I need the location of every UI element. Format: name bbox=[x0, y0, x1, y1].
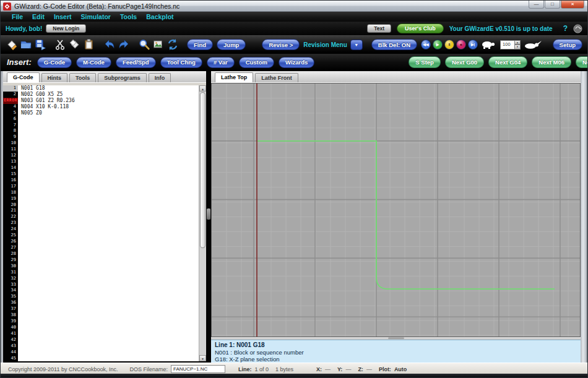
speed-value[interactable]: 100 bbox=[500, 40, 515, 49]
scroll-thumb[interactable] bbox=[200, 92, 205, 248]
code-line-2[interactable]: N002 G00 X5 Z5 bbox=[18, 92, 199, 98]
tab-lathe-front[interactable]: Lathe Front bbox=[255, 73, 298, 82]
menu-item-edit[interactable]: Edit bbox=[32, 13, 45, 20]
tab-lathe-top[interactable]: Lathe Top bbox=[215, 72, 253, 82]
code-line-34[interactable] bbox=[18, 288, 199, 294]
code-line-22[interactable] bbox=[18, 214, 199, 220]
search-icon[interactable] bbox=[138, 38, 150, 51]
tab-hints[interactable]: Hints bbox=[41, 73, 68, 82]
tab-g-code[interactable]: G-Code bbox=[7, 72, 40, 82]
rewind-button[interactable]: ◀◀ bbox=[421, 40, 431, 49]
new-icon[interactable] bbox=[6, 38, 18, 51]
code-line-36[interactable] bbox=[18, 300, 199, 306]
tab-tools[interactable]: Tools bbox=[69, 73, 96, 82]
code-line-33[interactable] bbox=[18, 282, 199, 288]
code-line-42[interactable] bbox=[18, 337, 199, 343]
code-line-12[interactable] bbox=[18, 153, 199, 159]
insert-tool-chng-button[interactable]: Tool Chng bbox=[160, 57, 202, 68]
sync-status-icon[interactable] bbox=[573, 24, 582, 33]
code-line-11[interactable] bbox=[18, 147, 199, 153]
menu-item-tools[interactable]: Tools bbox=[120, 13, 137, 20]
code-line-15[interactable] bbox=[18, 171, 199, 178]
paste-icon[interactable] bbox=[83, 38, 95, 51]
sim-next-g00-button[interactable]: Next G00 bbox=[445, 56, 484, 68]
tab-info[interactable]: Info bbox=[149, 73, 171, 82]
code-line-28[interactable] bbox=[18, 251, 199, 257]
code-line-16[interactable] bbox=[18, 178, 199, 184]
code-line-19[interactable] bbox=[18, 196, 199, 202]
revision-menu-dropdown[interactable]: ▼ bbox=[350, 40, 363, 50]
refresh-icon[interactable] bbox=[166, 38, 179, 51]
menu-item-backplot[interactable]: Backplot bbox=[146, 13, 173, 20]
menu-item-simulator[interactable]: Simulator bbox=[81, 13, 111, 20]
stop-button[interactable]: ■ bbox=[456, 40, 466, 49]
minimize-button[interactable]: — bbox=[529, 1, 544, 9]
code-line-44[interactable] bbox=[18, 350, 199, 356]
code-line-9[interactable] bbox=[18, 134, 199, 140]
menu-item-insert[interactable]: Insert bbox=[54, 13, 72, 20]
code-line-7[interactable] bbox=[18, 122, 199, 129]
insert-wizards-button[interactable]: Wizards bbox=[279, 57, 314, 68]
help-icon[interactable]: ? bbox=[563, 24, 568, 33]
sim-next-m06-button[interactable]: Next M06 bbox=[532, 56, 571, 68]
text-button[interactable]: Text bbox=[367, 24, 391, 33]
code-line-35[interactable] bbox=[18, 294, 199, 300]
code-line-30[interactable] bbox=[18, 264, 199, 270]
code-line-13[interactable] bbox=[18, 159, 199, 165]
hint-splitter[interactable] bbox=[211, 337, 581, 340]
speed-down-button[interactable]: ▼ bbox=[515, 45, 521, 49]
find-button[interactable]: Find bbox=[187, 39, 213, 50]
jump-button[interactable]: Jump bbox=[217, 39, 246, 50]
backplot-canvas[interactable] bbox=[211, 83, 581, 337]
code-line-21[interactable] bbox=[18, 208, 199, 214]
insert-g-code-button[interactable]: G-Code bbox=[37, 57, 72, 68]
save-icon[interactable] bbox=[34, 38, 46, 51]
insert-var-button[interactable]: # Var bbox=[207, 57, 235, 68]
cut-icon[interactable] bbox=[54, 38, 67, 51]
step-forward-button[interactable]: ▶| bbox=[468, 40, 478, 49]
code-line-26[interactable] bbox=[18, 239, 199, 245]
code-line-20[interactable] bbox=[18, 202, 199, 208]
code-line-10[interactable] bbox=[18, 140, 199, 147]
backplot-thumb-icon[interactable] bbox=[152, 38, 165, 51]
code-line-6[interactable] bbox=[18, 116, 199, 122]
redo-icon[interactable] bbox=[118, 38, 130, 51]
pause-button[interactable]: ‖ bbox=[444, 40, 454, 49]
scroll-up-arrow[interactable]: ▲ bbox=[199, 85, 206, 92]
menu-item-file[interactable]: File bbox=[12, 13, 23, 20]
undo-icon[interactable] bbox=[103, 38, 116, 51]
code-line-3[interactable]: N003 G01 Z2 R0.236 bbox=[18, 98, 199, 104]
play-button[interactable]: ▶ bbox=[433, 40, 443, 49]
close-button[interactable]: × bbox=[561, 1, 584, 9]
sim-next-g04-button[interactable]: Next G04 bbox=[488, 56, 527, 68]
open-icon[interactable] bbox=[20, 38, 32, 51]
copy-icon[interactable] bbox=[69, 38, 81, 51]
speed-spinner[interactable]: 100 ▲ ▼ bbox=[500, 40, 521, 49]
scroll-down-arrow[interactable]: ▼ bbox=[199, 355, 206, 361]
editor-scrollbar[interactable]: ▲ ▼ bbox=[199, 85, 206, 361]
code-line-31[interactable] bbox=[18, 270, 199, 276]
code-line-43[interactable] bbox=[18, 343, 199, 350]
code-line-39[interactable] bbox=[18, 319, 199, 325]
code-line-5[interactable]: N005 Z0 bbox=[18, 110, 199, 116]
panel-splitter[interactable] bbox=[206, 71, 211, 363]
code-line-45[interactable] bbox=[18, 356, 199, 361]
sim-next-goto-button[interactable]: Next GOTO bbox=[576, 56, 588, 68]
code-line-40[interactable] bbox=[18, 325, 199, 331]
sim-s-step-button[interactable]: S Step bbox=[409, 56, 441, 68]
tab-subprograms[interactable]: Subprograms bbox=[98, 73, 147, 82]
code-area[interactable]: N001 G18N002 G00 X5 Z5N003 G01 Z2 R0.236… bbox=[18, 85, 199, 361]
code-line-4[interactable]: N004 X10 K-0.118 bbox=[18, 104, 199, 110]
code-line-14[interactable] bbox=[18, 165, 199, 171]
setup-button[interactable]: Setup bbox=[553, 39, 582, 50]
hint-splitter-handle[interactable] bbox=[388, 337, 404, 339]
code-line-24[interactable] bbox=[18, 226, 199, 233]
code-line-8[interactable] bbox=[18, 128, 199, 134]
code-line-25[interactable] bbox=[18, 233, 199, 239]
code-line-41[interactable] bbox=[18, 331, 199, 337]
code-line-29[interactable] bbox=[18, 257, 199, 264]
code-line-23[interactable] bbox=[18, 220, 199, 226]
maximize-button[interactable]: □ bbox=[545, 1, 560, 9]
new-login-button[interactable]: New Login bbox=[46, 24, 86, 33]
revise-button[interactable]: Revise > bbox=[262, 39, 300, 50]
